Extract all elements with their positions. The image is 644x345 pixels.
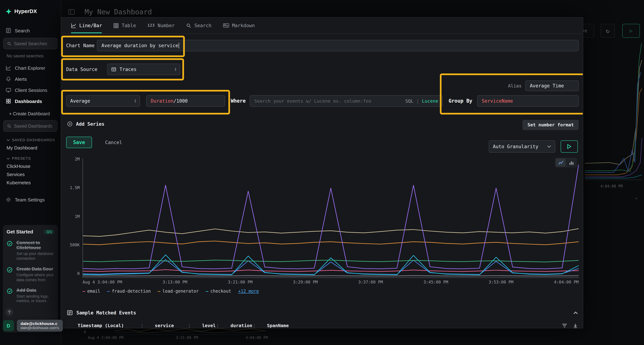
sidebar-item-my-dashboard[interactable]: My Dashboard [0,142,61,150]
chart-editor-modal: Line/Bar Table 123 Number Search [61,17,583,328]
chevron-down-icon [547,145,551,148]
user-menu[interactable]: D dale@clickhouse.c dale@clickhouse.com'… [3,320,63,332]
column-header: level [192,323,216,328]
where-label: Where [231,98,246,104]
bar-chart-toggle-icon[interactable] [566,158,576,167]
table-icon [114,23,119,28]
granularity-select[interactable]: Auto Granularity [489,140,555,153]
search-doc-icon [6,28,11,33]
save-button[interactable]: Save [66,137,92,148]
sql-toggle[interactable]: SQL [405,98,414,104]
aggregation-field-input[interactable]: Duration/1000 [146,95,225,107]
bell-icon [6,76,11,82]
data-source-label: Data Source [66,66,107,72]
get-started-item-desc: Start sending logs, metrics, or traces [16,294,54,304]
help-button[interactable]: ? [5,308,13,316]
annotation-group-by [440,73,583,115]
presets-section-header[interactable]: PRESETS [0,150,61,160]
legend-item[interactable]: — load-generator [158,289,199,294]
magnifier-icon [7,124,12,128]
check-circle-icon [6,267,13,282]
dashboards-grid-icon [6,98,11,104]
text-caret [179,43,179,48]
brand-label: HyperDX [14,8,37,14]
legend-item[interactable]: — checkout [206,289,231,294]
where-search-input[interactable]: Search your events w/ Lucene ex. column:… [250,95,443,107]
sidebar-item-search[interactable]: Search [0,25,61,36]
create-dashboard-button[interactable]: + Create Dashboard [0,107,61,117]
gear-icon [6,197,11,202]
sidebar-item-label: Search [15,28,30,33]
alias-input[interactable]: Average Time [525,80,578,91]
column-header: duration [220,323,252,328]
tab-search[interactable]: Search [186,18,212,33]
no-saved-searches-note: No saved searches [0,49,61,59]
sidebar-item-client-sessions[interactable]: Client Sessions [0,84,61,96]
get-started-item[interactable]: Create Data Sour Configure where your da… [6,266,54,282]
chart-plot-area[interactable] [82,158,578,278]
collapse-chevron-icon[interactable] [573,311,578,314]
main-chart-svg [83,158,579,278]
legend-item[interactable]: — email [82,289,100,294]
sidebar-item-preset-services[interactable]: Services [0,169,61,177]
user-email-secondary: dale@clickhouse.com's [20,326,59,330]
chart-explorer-icon [6,65,11,71]
saved-dashboards-input[interactable]: Saved Dashboards [3,120,58,132]
legend-more-link[interactable]: +12 more [238,289,259,294]
legend-item[interactable]: — fraud-detection [107,289,151,294]
number-123-icon: 123 [148,23,155,27]
tab-line-bar[interactable]: Line/Bar [71,18,102,33]
magnifier-icon [186,23,192,28]
run-chart-button[interactable] [561,140,578,153]
get-started-item-title: Add Data [16,288,36,293]
sidebar-item-dashboards[interactable]: Dashboards [0,96,61,107]
column-header: SpanName [256,323,289,328]
sidebar-item-preset-kubernetes[interactable]: Kubernetes [0,177,61,185]
filter-icon[interactable] [562,323,567,328]
tab-table[interactable]: Table [114,18,136,33]
sidebar-item-label: Chart Explorer [15,65,45,70]
cancel-button[interactable]: Cancel [103,139,125,146]
set-number-format-button[interactable]: Set number format [522,120,579,130]
sidebar-item-alerts[interactable]: Alerts [0,73,61,84]
sidebar-item-preset-clickhouse[interactable]: ClickHouse [0,161,61,169]
check-circle-icon [6,288,13,304]
editor-tabs: Line/Bar Table 123 Number Search [61,18,583,34]
download-icon[interactable] [573,323,578,328]
select-arrows-icon: ▲▼ [175,67,176,71]
get-started-item[interactable]: Add Data Start sending logs, metrics, or… [6,288,54,303]
app-root: My New Dashboard Save ↻ ▷ 4:04:00 PM ▾ 0 [0,0,644,345]
saved-dashboards-section-header[interactable]: SAVED DASHBOARDS [0,132,61,142]
saved-dashboards-placeholder: Saved Dashboards [14,123,52,128]
get-started-item-desc: Configure where your data comes from [16,272,54,282]
plus-circle-icon [67,121,73,127]
group-by-label: Group By [448,98,472,104]
sidebar-item-label: Team Settings [15,197,45,202]
get-started-title: Get Started [6,229,33,235]
chevron-down-icon [6,139,10,141]
get-started-card: Get Started 3/3 Connect to ClickHouse Se… [3,225,58,333]
tab-markdown[interactable]: Markdown [223,18,255,33]
add-series-button[interactable]: Add Series [67,121,104,127]
monitor-icon [6,87,11,93]
sample-events-title: Sample Matched Events [76,310,136,316]
get-started-item[interactable]: Connect to ClickHouse Set up your databa… [6,240,54,261]
sidebar-item-team-settings[interactable]: Team Settings [0,194,61,205]
column-header: service [144,323,187,328]
group-by-input[interactable]: ServiceName [477,95,579,107]
sidebar: HyperDX Search Saved Searches No saved s… [0,0,61,345]
line-chart-toggle-icon[interactable] [556,158,566,167]
sidebar-item-label: Dashboards [15,99,42,104]
saved-searches-input[interactable]: Saved Searches [3,38,58,49]
tab-number[interactable]: 123 Number [148,18,174,33]
sample-events-table-header: Timestamp (Local) ⋮ service ⋮ level ⋮ du… [67,323,578,328]
sidebar-item-chart-explorer[interactable]: Chart Explorer [0,62,61,73]
get-started-badge: 3/3 [44,229,54,234]
brand[interactable]: HyperDX [0,0,61,14]
data-source-select[interactable]: Traces ▲▼ [107,64,180,75]
chart-name-input[interactable]: Average duration by service [97,40,579,51]
aggregation-select[interactable]: Average ▲▼ [66,95,140,107]
lucene-toggle[interactable]: Lucene [422,98,438,104]
column-header: Timestamp (Local) [67,323,140,328]
select-arrows-icon: ▲▼ [134,99,136,103]
